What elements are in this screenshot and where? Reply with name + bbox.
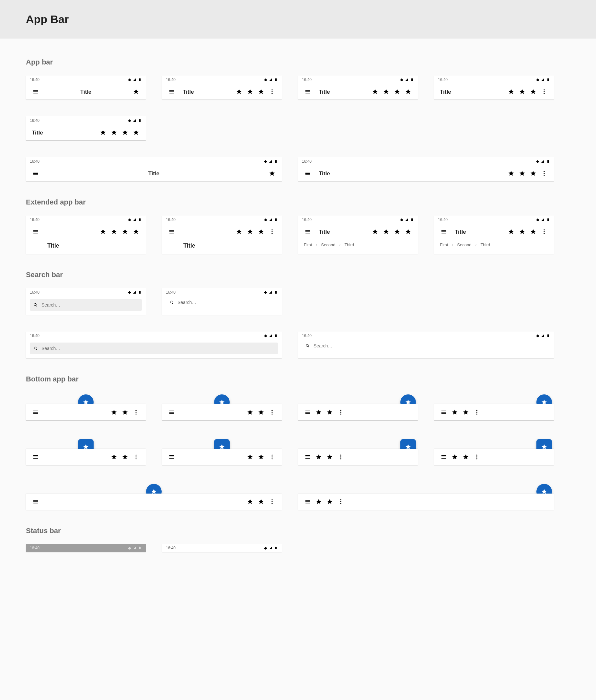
- breadcrumb-item[interactable]: First: [440, 243, 448, 247]
- action-star[interactable]: [267, 168, 277, 179]
- action-star[interactable]: [245, 86, 255, 97]
- action-star[interactable]: [392, 227, 402, 237]
- breadcrumb-item[interactable]: First: [304, 243, 312, 247]
- overflow-button[interactable]: [336, 407, 346, 418]
- action-star[interactable]: [370, 86, 380, 97]
- action-star[interactable]: [449, 407, 460, 418]
- overflow-button[interactable]: [472, 452, 482, 462]
- action-star[interactable]: [403, 227, 413, 237]
- action-star[interactable]: [506, 227, 516, 237]
- breadcrumb-item[interactable]: Third: [481, 243, 490, 247]
- menu-button[interactable]: [439, 407, 449, 418]
- menu-button[interactable]: [439, 227, 449, 237]
- menu-button[interactable]: [30, 452, 41, 462]
- action-star[interactable]: [109, 407, 119, 418]
- action-star[interactable]: [314, 407, 324, 418]
- action-star[interactable]: [131, 86, 141, 97]
- overflow-button[interactable]: [267, 452, 277, 462]
- search-field[interactable]: [302, 340, 550, 352]
- action-star[interactable]: [120, 227, 130, 237]
- action-star[interactable]: [314, 452, 324, 462]
- action-star[interactable]: [256, 407, 266, 418]
- menu-button[interactable]: [30, 407, 41, 418]
- action-star[interactable]: [517, 227, 527, 237]
- menu-button[interactable]: [303, 452, 313, 462]
- action-star[interactable]: [245, 497, 255, 507]
- action-star[interactable]: [461, 452, 471, 462]
- overflow-button[interactable]: [267, 227, 277, 237]
- action-star[interactable]: [98, 127, 108, 138]
- overflow-button[interactable]: [267, 407, 277, 418]
- overflow-button[interactable]: [539, 168, 549, 179]
- action-star[interactable]: [234, 86, 244, 97]
- action-star[interactable]: [517, 168, 527, 179]
- action-star[interactable]: [528, 86, 538, 97]
- search-input[interactable]: [41, 302, 139, 308]
- menu-button[interactable]: [303, 407, 313, 418]
- action-star[interactable]: [392, 86, 402, 97]
- overflow-button[interactable]: [131, 452, 141, 462]
- overflow-button[interactable]: [267, 86, 277, 97]
- action-star[interactable]: [256, 452, 266, 462]
- search-input[interactable]: [313, 343, 547, 349]
- action-star[interactable]: [120, 407, 130, 418]
- menu-button[interactable]: [166, 227, 177, 237]
- menu-button[interactable]: [303, 86, 313, 97]
- search-input[interactable]: [177, 299, 275, 305]
- action-star[interactable]: [234, 227, 244, 237]
- overflow-button[interactable]: [131, 407, 141, 418]
- menu-button[interactable]: [166, 407, 177, 418]
- overflow-button[interactable]: [472, 407, 482, 418]
- overflow-button[interactable]: [336, 452, 346, 462]
- overflow-button[interactable]: [539, 227, 549, 237]
- search-field[interactable]: [166, 297, 278, 308]
- menu-button[interactable]: [30, 497, 41, 507]
- action-star[interactable]: [314, 497, 324, 507]
- menu-button[interactable]: [303, 227, 313, 237]
- action-star[interactable]: [370, 227, 380, 237]
- action-star[interactable]: [506, 86, 516, 97]
- action-star[interactable]: [325, 407, 335, 418]
- menu-button[interactable]: [439, 452, 449, 462]
- action-star[interactable]: [517, 86, 527, 97]
- action-star[interactable]: [245, 407, 255, 418]
- action-star[interactable]: [120, 127, 130, 138]
- breadcrumb-item[interactable]: Second: [321, 243, 335, 247]
- action-star[interactable]: [98, 227, 108, 237]
- search-field[interactable]: [30, 299, 142, 311]
- action-star[interactable]: [461, 407, 471, 418]
- breadcrumb-item[interactable]: Third: [344, 243, 354, 247]
- action-star[interactable]: [109, 227, 119, 237]
- action-star[interactable]: [131, 227, 141, 237]
- menu-button[interactable]: [303, 497, 313, 507]
- overflow-button[interactable]: [539, 86, 549, 97]
- action-star[interactable]: [528, 168, 538, 179]
- overflow-button[interactable]: [336, 497, 346, 507]
- action-star[interactable]: [325, 497, 335, 507]
- action-star[interactable]: [381, 86, 391, 97]
- search-field[interactable]: [30, 343, 278, 354]
- action-star[interactable]: [256, 497, 266, 507]
- action-star[interactable]: [120, 452, 130, 462]
- action-star[interactable]: [109, 452, 119, 462]
- action-star[interactable]: [403, 86, 413, 97]
- action-star[interactable]: [256, 86, 266, 97]
- action-star[interactable]: [245, 227, 255, 237]
- action-star[interactable]: [381, 227, 391, 237]
- overflow-button[interactable]: [267, 497, 277, 507]
- action-star[interactable]: [528, 227, 538, 237]
- action-star[interactable]: [449, 452, 460, 462]
- menu-button[interactable]: [166, 86, 177, 97]
- action-star[interactable]: [506, 168, 516, 179]
- menu-button[interactable]: [30, 227, 41, 237]
- menu-button[interactable]: [166, 452, 177, 462]
- action-star[interactable]: [131, 127, 141, 138]
- action-star[interactable]: [325, 452, 335, 462]
- menu-button[interactable]: [30, 168, 41, 179]
- menu-button[interactable]: [30, 86, 41, 97]
- breadcrumb-item[interactable]: Second: [457, 243, 471, 247]
- menu-button[interactable]: [303, 168, 313, 179]
- action-star[interactable]: [109, 127, 119, 138]
- action-star[interactable]: [256, 227, 266, 237]
- action-star[interactable]: [245, 452, 255, 462]
